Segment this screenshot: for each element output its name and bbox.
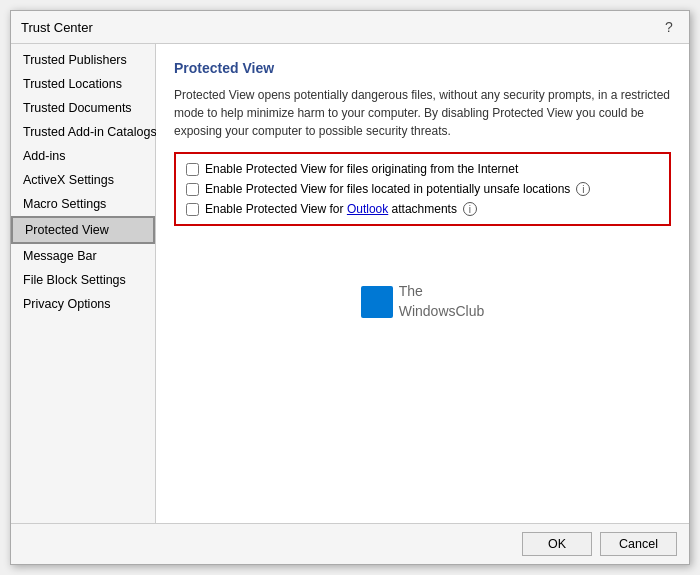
sidebar-item-activex-settings[interactable]: ActiveX Settings bbox=[11, 168, 155, 192]
ok-button[interactable]: OK bbox=[522, 532, 592, 556]
checkbox-internet-label: Enable Protected View for files originat… bbox=[205, 162, 518, 176]
sidebar: Trusted Publishers Trusted Locations Tru… bbox=[11, 44, 156, 523]
section-description: Protected View opens potentially dangero… bbox=[174, 86, 671, 140]
info-icon-unsafe-locations[interactable]: i bbox=[576, 182, 590, 196]
watermark-area: The WindowsClub bbox=[174, 242, 671, 361]
dialog-footer: OK Cancel bbox=[11, 523, 689, 564]
checkbox-row-unsafe-locations: Enable Protected View for files located … bbox=[186, 182, 659, 196]
checkbox-row-internet: Enable Protected View for files originat… bbox=[186, 162, 659, 176]
main-content: Protected View Protected View opens pote… bbox=[156, 44, 689, 523]
sidebar-item-protected-view[interactable]: Protected View bbox=[11, 216, 155, 244]
watermark-icon bbox=[361, 286, 393, 318]
cancel-button[interactable]: Cancel bbox=[600, 532, 677, 556]
sidebar-item-add-ins[interactable]: Add-ins bbox=[11, 144, 155, 168]
section-title: Protected View bbox=[174, 60, 671, 76]
sidebar-item-trusted-add-in-catalogs[interactable]: Trusted Add-in Catalogs bbox=[11, 120, 155, 144]
outlook-link: Outlook bbox=[347, 202, 388, 216]
sidebar-item-trusted-documents[interactable]: Trusted Documents bbox=[11, 96, 155, 120]
checkbox-internet[interactable] bbox=[186, 163, 199, 176]
title-bar-controls: ? bbox=[659, 17, 679, 37]
help-button[interactable]: ? bbox=[659, 17, 679, 37]
info-icon-outlook[interactable]: i bbox=[463, 202, 477, 216]
checkbox-outlook[interactable] bbox=[186, 203, 199, 216]
sidebar-item-message-bar[interactable]: Message Bar bbox=[11, 244, 155, 268]
title-bar: Trust Center ? bbox=[11, 11, 689, 44]
dialog-body: Trusted Publishers Trusted Locations Tru… bbox=[11, 44, 689, 523]
dialog-title: Trust Center bbox=[21, 20, 93, 35]
checkbox-unsafe-locations[interactable] bbox=[186, 183, 199, 196]
checkbox-outlook-label: Enable Protected View for Outlook attach… bbox=[205, 202, 457, 216]
sidebar-item-trusted-publishers[interactable]: Trusted Publishers bbox=[11, 48, 155, 72]
checkbox-row-outlook: Enable Protected View for Outlook attach… bbox=[186, 202, 659, 216]
watermark-text: The WindowsClub bbox=[399, 282, 485, 321]
sidebar-item-privacy-options[interactable]: Privacy Options bbox=[11, 292, 155, 316]
protected-view-checkboxes: Enable Protected View for files originat… bbox=[174, 152, 671, 226]
trust-center-dialog: Trust Center ? Trusted Publishers Truste… bbox=[10, 10, 690, 565]
sidebar-item-file-block-settings[interactable]: File Block Settings bbox=[11, 268, 155, 292]
sidebar-item-macro-settings[interactable]: Macro Settings bbox=[11, 192, 155, 216]
watermark: The WindowsClub bbox=[361, 282, 485, 321]
checkbox-unsafe-locations-label: Enable Protected View for files located … bbox=[205, 182, 570, 196]
sidebar-item-trusted-locations[interactable]: Trusted Locations bbox=[11, 72, 155, 96]
